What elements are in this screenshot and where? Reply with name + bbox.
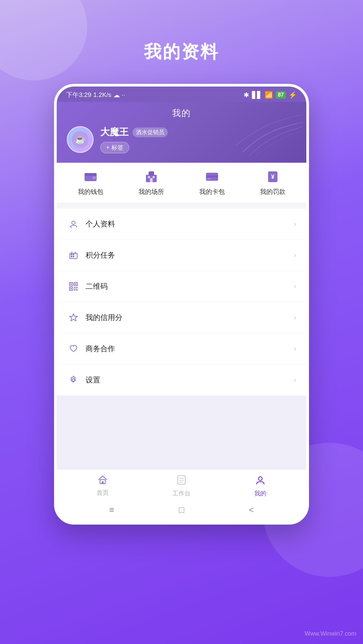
svg-rect-29 [70,288,72,289]
signal-icon: ▋▋ [252,91,262,99]
svg-rect-9 [150,178,153,182]
menu-list: 个人资料 › 积分任务 › [57,209,306,395]
qrcode-icon [67,280,80,293]
settings-icon [67,373,80,387]
menu-item-points[interactable]: 积分任务 › [57,240,306,271]
svg-rect-30 [74,287,75,288]
add-tag-button[interactable]: + 标签 [100,142,129,153]
wifi-icon: 📶 [265,91,273,99]
nav-mine[interactable]: 我的 [221,475,300,497]
sys-menu-button[interactable]: ≡ [109,505,114,515]
status-bar: 下午3:29 1.2K/s ☁ ·· ✱ ▋▋ 📶 87 ⚡ [57,87,306,102]
svg-rect-32 [74,289,75,290]
profile-icon [67,217,80,231]
nav-home[interactable]: 首页 [63,475,142,497]
workbench-label: 工作台 [172,489,191,497]
home-label: 首页 [97,489,109,497]
watermark: Www.Winwin7.com [305,630,356,637]
fine-label: 我的罚款 [260,187,286,196]
network-icon: ☁ [113,91,120,99]
status-left: 下午3:29 1.2K/s ☁ ·· [66,91,125,99]
svg-rect-33 [76,289,77,290]
card-label: 我的卡包 [199,187,225,196]
user-role-badge: 酒水促销员 [133,127,168,137]
svg-rect-8 [153,176,155,178]
header-section: 我的 ☕ 大魔王 酒水促销员 + 标签 [57,102,306,163]
svg-rect-25 [70,283,72,285]
status-dots: ·· [122,91,125,99]
mine-label: 我的 [254,489,266,497]
bg-decoration-top [0,0,87,80]
venue-label: 我的场所 [139,187,164,196]
status-speed: 1.2K/s [93,91,111,99]
points-label: 积分任务 [86,250,294,260]
business-chevron: › [294,344,296,353]
profile-label: 个人资料 [86,219,294,229]
svg-text:¥: ¥ [271,173,274,180]
menu-item-business[interactable]: 商务合作 › [57,333,306,365]
wallet-icon [82,169,100,184]
qrcode-chevron: › [294,282,296,291]
status-right: ✱ ▋▋ 📶 87 ⚡ [244,91,297,99]
business-icon [67,342,80,356]
wallet-label: 我的钱包 [78,187,103,196]
svg-rect-6 [149,171,154,175]
profile-chevron: › [294,220,296,228]
system-nav-bar: ≡ □ < [57,500,306,522]
action-fine[interactable]: ¥ 我的罚款 [242,169,303,196]
points-icon [67,249,80,262]
avatar-image: ☕ [72,131,89,148]
menu-item-credit[interactable]: 我的信用分 › [57,302,306,333]
nav-workbench[interactable]: 工作台 [142,475,221,497]
phone-mockup: 下午3:29 1.2K/s ☁ ·· ✱ ▋▋ 📶 87 ⚡ 我的 [54,84,309,525]
user-info: 大魔王 酒水促销员 + 标签 [100,126,168,153]
business-label: 商务合作 [86,344,294,354]
sys-home-button[interactable]: □ [179,505,184,515]
settings-chevron: › [294,376,296,384]
svg-rect-23 [75,252,75,254]
battery-indicator: 87 [276,91,286,99]
svg-point-21 [73,256,74,258]
svg-point-18 [71,254,72,256]
home-icon [98,475,108,487]
page-title: 我的资料 [144,40,219,64]
menu-item-profile[interactable]: 个人资料 › [57,209,306,240]
svg-rect-12 [207,178,211,179]
action-wallet[interactable]: 我的钱包 [60,169,121,196]
status-time: 下午3:29 [66,91,91,99]
user-name-row: 大魔王 酒水促销员 [100,126,168,139]
action-card[interactable]: 我的卡包 [182,169,242,196]
sys-back-button[interactable]: < [249,505,254,515]
svg-point-19 [73,254,74,256]
venue-icon [142,169,160,184]
svg-rect-27 [75,283,76,285]
user-name: 大魔王 [100,126,128,139]
card-icon [203,169,221,184]
mine-icon [255,475,265,487]
menu-item-qrcode[interactable]: 二维码 › [57,271,306,302]
action-venue[interactable]: 我的场所 [121,169,182,196]
svg-point-20 [71,256,72,258]
svg-rect-7 [148,176,150,178]
svg-rect-3 [85,173,97,176]
svg-marker-34 [69,314,77,321]
svg-rect-37 [102,481,104,484]
qrcode-label: 二维码 [86,281,294,291]
credit-chevron: › [294,313,296,322]
svg-rect-4 [93,176,96,179]
header-decoration [236,105,303,156]
credit-label: 我的信用分 [86,313,294,323]
bottom-nav: 首页 工作台 我的 [57,469,306,500]
user-avatar[interactable]: ☕ [67,126,94,153]
points-chevron: › [294,251,296,260]
menu-item-settings[interactable]: 设置 › [57,365,306,395]
svg-text:☕: ☕ [75,135,85,144]
empty-content-area [57,395,306,469]
svg-rect-11 [206,175,218,177]
svg-point-16 [71,227,72,228]
fine-icon: ¥ [264,169,282,184]
svg-point-42 [258,477,262,481]
bluetooth-icon: ✱ [244,91,249,99]
workbench-icon [177,475,186,487]
settings-label: 设置 [86,375,294,385]
